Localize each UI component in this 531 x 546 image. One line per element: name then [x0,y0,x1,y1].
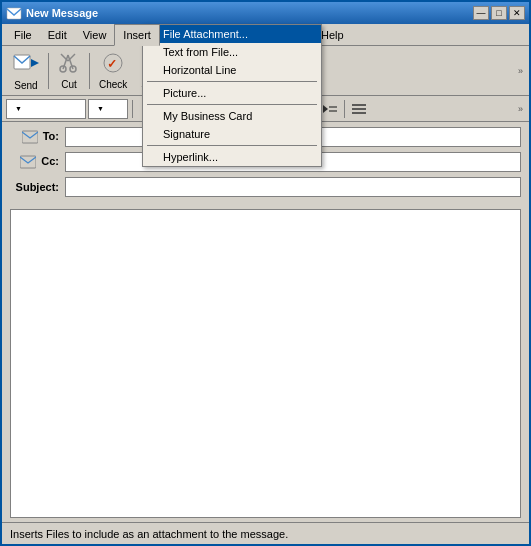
format-sep-1 [132,100,133,118]
cc-icon: Cc: [10,155,65,169]
menu-file[interactable]: File [6,24,40,46]
svg-marker-34 [323,105,328,113]
svg-marker-2 [31,59,39,67]
menu-edit[interactable]: Edit [40,24,75,46]
svg-rect-0 [7,8,21,19]
separator-1 [48,53,49,89]
menu-text-from-file[interactable]: Text from File... [143,43,321,61]
send-label: Send [14,80,37,91]
menu-business-card[interactable]: My Business Card [143,107,321,125]
toolbar-overflow[interactable]: » [516,64,525,78]
increase-indent-button[interactable] [320,99,340,119]
window-icon [6,5,22,21]
insert-dropdown-menu: File Attachment... Text from File... Hor… [142,24,322,167]
font-size-dropdown[interactable] [88,99,128,119]
svg-rect-41 [20,156,36,168]
subject-label: Subject: [10,181,65,193]
title-bar: New Message — □ ✕ [2,2,529,24]
menu-hyperlink[interactable]: Hyperlink... [143,148,321,166]
format-sep-3 [344,100,345,118]
cut-button[interactable]: Cut [51,49,87,93]
check-button[interactable]: ✓ Check [92,49,134,93]
menu-insert[interactable]: Insert [114,24,160,46]
window-title: New Message [26,7,473,19]
svg-rect-1 [14,55,30,69]
email-body[interactable] [10,209,521,518]
svg-text:✓: ✓ [107,57,117,71]
menu-bar: File Edit View Insert Format Tools Messa… [2,24,529,46]
close-button[interactable]: ✕ [509,6,525,20]
maximize-button[interactable]: □ [491,6,507,20]
subject-row: Subject: [10,176,521,198]
check-label: Check [99,79,127,90]
send-button[interactable]: Send [6,49,46,93]
cut-label: Cut [61,79,77,90]
status-text: Inserts Files to include as an attachmen… [10,528,288,540]
check-icon: ✓ [102,52,124,77]
format-overflow[interactable]: » [516,102,525,116]
menu-separator-1 [147,81,317,82]
to-icon: To: [10,130,65,144]
menu-separator-3 [147,145,317,146]
font-family-dropdown[interactable] [6,99,86,119]
minimize-button[interactable]: — [473,6,489,20]
cut-icon [59,52,79,77]
separator-2 [89,53,90,89]
menu-horizontal-line[interactable]: Horizontal Line [143,61,321,79]
status-bar: Inserts Files to include as an attachmen… [2,522,529,544]
menu-picture[interactable]: Picture... [143,84,321,102]
svg-rect-40 [22,131,38,143]
window-controls: — □ ✕ [473,6,525,20]
main-window: New Message — □ ✕ File Edit View Insert … [0,0,531,546]
menu-signature[interactable]: Signature [143,125,321,143]
subject-input[interactable] [65,177,521,197]
menu-file-attachment[interactable]: File Attachment... [143,25,321,43]
send-icon [13,51,39,78]
align-left-2-button[interactable] [349,99,369,119]
menu-separator-2 [147,104,317,105]
menu-view[interactable]: View [75,24,115,46]
